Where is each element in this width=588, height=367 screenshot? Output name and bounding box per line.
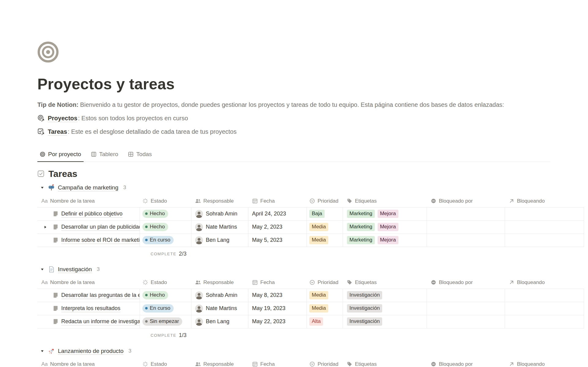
tab-por-proyecto[interactable]: Por proyecto — [37, 151, 84, 162]
column-header-nombre[interactable]: AaNombre de la tarea — [37, 195, 140, 207]
status-spinner-icon — [142, 279, 148, 285]
priority-icon — [309, 361, 315, 367]
blocked-by-cell[interactable] — [427, 221, 505, 234]
column-header-responsable[interactable]: Responsable — [191, 195, 248, 207]
priority-cell[interactable]: Baja — [307, 208, 343, 220]
priority-cell[interactable]: Media — [307, 302, 343, 315]
tareas-link[interactable]: Tareas — [48, 128, 67, 136]
person-cell[interactable]: Ben Lang — [191, 315, 248, 328]
status-cell[interactable]: En curso — [140, 234, 191, 247]
task-name-cell[interactable]: Interpreta los resultados — [37, 302, 140, 315]
column-header-fecha[interactable]: Fecha — [248, 195, 307, 207]
status-cell[interactable]: En curso — [140, 302, 191, 315]
column-header-responsable[interactable]: Responsable — [191, 276, 248, 289]
blocking-cell[interactable] — [505, 234, 584, 247]
status-dot — [145, 320, 148, 323]
priority-cell[interactable]: Media — [307, 289, 343, 302]
blocked-by-cell[interactable] — [427, 208, 505, 220]
blocking-cell[interactable] — [505, 315, 584, 328]
status-cell[interactable]: Hecho — [140, 221, 191, 234]
collapse-icon[interactable] — [40, 349, 44, 353]
blocking-cell[interactable] — [505, 208, 584, 220]
date-cell[interactable]: May 5, 2023 — [248, 234, 307, 247]
collapse-icon[interactable] — [40, 186, 44, 189]
column-header-fecha[interactable]: Fecha — [248, 358, 307, 367]
blocking-cell[interactable] — [505, 221, 584, 234]
blocked-by-cell[interactable] — [427, 234, 505, 247]
column-header-bloqueado-por[interactable]: Bloqueado por — [427, 195, 505, 207]
toggle-slot — [42, 225, 53, 229]
target-icon — [40, 152, 45, 157]
blocked-by-cell[interactable] — [427, 302, 505, 315]
column-header-etiquetas[interactable]: Etiquetas — [343, 195, 427, 207]
tags-cell[interactable]: Investigación — [343, 302, 427, 315]
people-icon — [195, 198, 201, 204]
linked-db-tareas[interactable]: Tareas : Este es el desglose detallado d… — [37, 127, 588, 136]
task-name-cell[interactable]: Desarrollar las preguntas de la encuesta — [37, 289, 140, 302]
group-name-link[interactable]: Lanzamiento de producto — [58, 347, 123, 355]
avatar — [195, 210, 203, 218]
person-cell[interactable]: Ben Lang — [191, 234, 248, 247]
page-doc-icon — [53, 305, 58, 311]
tags-cell[interactable]: Investigación — [343, 315, 427, 328]
column-header-estado[interactable]: Estado — [140, 195, 191, 207]
group-name-link[interactable]: Investigación — [58, 266, 92, 273]
task-name-cell[interactable]: Definir el público objetivo — [37, 208, 140, 220]
column-header-fecha[interactable]: Fecha — [248, 276, 307, 289]
priority-cell[interactable]: Media — [307, 221, 343, 234]
person-cell[interactable]: Nate Martins — [191, 302, 248, 315]
tags-cell[interactable]: Investigación — [343, 289, 427, 302]
column-header-estado[interactable]: Estado — [140, 276, 191, 289]
tags-cell[interactable]: MarketingMejora — [343, 221, 427, 234]
priority-cell[interactable]: Alta — [307, 315, 343, 328]
person-cell[interactable]: Sohrab Amin — [191, 208, 248, 220]
person-cell[interactable]: Sohrab Amin — [191, 289, 248, 302]
arrow-ne-icon — [509, 279, 514, 285]
column-header-nombre[interactable]: AaNombre de la tarea — [37, 358, 140, 367]
person-cell[interactable]: Nate Martins — [191, 221, 248, 234]
date-cell[interactable]: May 19, 2023 — [248, 302, 307, 315]
column-header-etiquetas[interactable]: Etiquetas — [343, 358, 427, 367]
tags-cell[interactable]: MarketingMejora — [343, 234, 427, 247]
complete-calc[interactable]: COMPLETE2/3 — [140, 247, 191, 261]
task-name-cell[interactable]: Informe sobre el ROI de marketing — [37, 234, 140, 247]
proyectos-link[interactable]: Proyectos — [48, 114, 77, 122]
column-header-prioridad[interactable]: Prioridad — [307, 195, 343, 207]
column-header-bloqueando[interactable]: Bloqueando — [505, 195, 584, 207]
column-header-prioridad[interactable]: Prioridad — [307, 358, 343, 367]
column-header-nombre[interactable]: AaNombre de la tarea — [37, 276, 140, 289]
date-cell[interactable]: May 8, 2023 — [248, 289, 307, 302]
date-cell[interactable]: May 22, 2023 — [248, 315, 307, 328]
task-name-cell[interactable]: Desarrollar un plan de publicidad — [37, 221, 140, 234]
task-name-cell[interactable]: Redacta un informe de investigación — [37, 315, 140, 328]
column-header-prioridad[interactable]: Prioridad — [307, 276, 343, 289]
group-name-link[interactable]: Campaña de marketing — [58, 184, 119, 191]
page-bullseye-icon[interactable] — [37, 41, 59, 63]
blocking-cell[interactable] — [505, 289, 584, 302]
collapse-icon[interactable] — [40, 268, 44, 271]
column-header-responsable[interactable]: Responsable — [191, 358, 248, 367]
blocking-cell[interactable] — [505, 302, 584, 315]
column-header-bloqueado-por[interactable]: Bloqueado por — [427, 358, 505, 367]
status-cell[interactable]: Sin empezar — [140, 315, 191, 328]
date-cell[interactable]: April 24, 2023 — [248, 208, 307, 220]
tab-todas[interactable]: Todas — [126, 151, 154, 162]
column-header-bloqueando[interactable]: Bloqueando — [505, 358, 584, 367]
blocked-by-cell[interactable] — [427, 289, 505, 302]
status-cell[interactable]: Hecho — [140, 208, 191, 220]
blocked-by-cell[interactable] — [427, 315, 505, 328]
column-header-bloqueando[interactable]: Bloqueando — [505, 276, 584, 289]
column-header-bloqueado-por[interactable]: Bloqueado por — [427, 276, 505, 289]
group-investigacion: Investigación 3 AaNombre de la tarea Est… — [37, 266, 588, 342]
priority-cell[interactable]: Media — [307, 234, 343, 247]
tags-cell[interactable]: MarketingMejora — [343, 208, 427, 220]
calendar-icon — [252, 361, 258, 367]
complete-calc[interactable]: COMPLETE1/3 — [140, 328, 191, 342]
tab-tablero[interactable]: Tablero — [89, 151, 121, 162]
column-header-etiquetas[interactable]: Etiquetas — [343, 276, 427, 289]
expand-triangle-icon[interactable] — [43, 225, 47, 229]
date-cell[interactable]: May 2, 2023 — [248, 221, 307, 234]
column-header-estado[interactable]: Estado — [140, 358, 191, 367]
status-cell[interactable]: Hecho — [140, 289, 191, 302]
linked-db-proyectos[interactable]: Proyectos : Estos son todos los proyecto… — [37, 114, 588, 123]
